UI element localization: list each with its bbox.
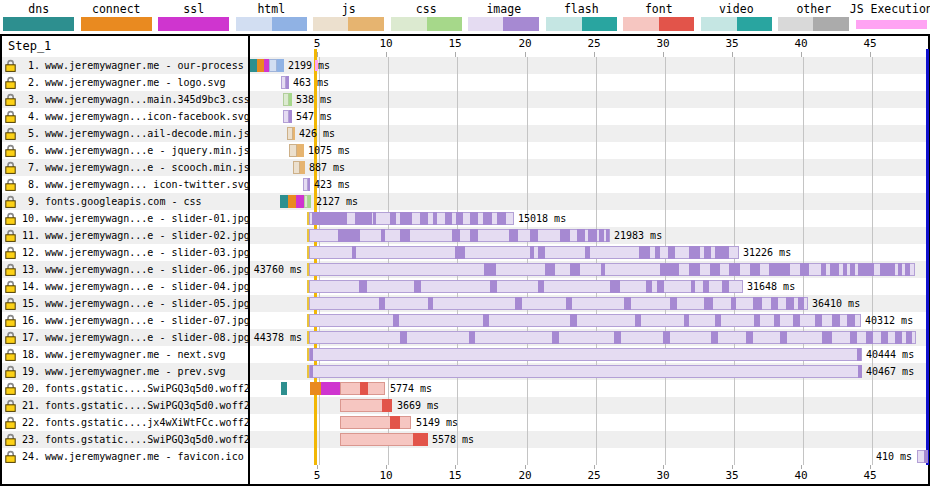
request-time-label: 5774 ms — [390, 382, 432, 395]
request-bar-area[interactable]: 5774 ms — [250, 380, 928, 397]
request-url[interactable]: www.jeremywagn...ail-decode.min.js — [45, 128, 250, 139]
request-bar-area[interactable]: 2127 ms — [250, 193, 928, 210]
request-bar-area[interactable]: 43760 ms — [250, 261, 928, 278]
request-row-left: 14.www.jeremywagn...e - slider-04.jpg — [2, 278, 250, 295]
request-row[interactable]: 15.www.jeremywagn...e - slider-05.jpg364… — [2, 295, 928, 312]
request-row-left: 5.www.jeremywagn...ail-decode.min.js — [2, 125, 250, 142]
request-url[interactable]: www.jeremywagn...e - slider-03.jpg — [45, 247, 250, 258]
content-chunk — [610, 280, 620, 293]
request-row[interactable]: 3.www.jeremywagn...main.345d9bc3.css538 … — [2, 91, 928, 108]
request-row-left: 7.www.jeremywagn...e - scooch.min.js — [2, 159, 250, 176]
request-url[interactable]: fonts.googleapis.com - css — [45, 196, 202, 207]
request-bar-area[interactable]: 426 ms — [250, 125, 928, 142]
request-bar-area[interactable]: 423 ms — [250, 176, 928, 193]
request-bar-area[interactable]: 410 ms — [250, 448, 928, 465]
dns-segment — [281, 382, 287, 395]
axis-tick-label: 25 — [587, 37, 600, 50]
content-chunk — [660, 263, 679, 276]
request-row[interactable]: 10.www.jeremywagn...e - slider-01.jpg150… — [2, 210, 928, 227]
request-row[interactable]: 14.www.jeremywagn...e - slider-04.jpg316… — [2, 278, 928, 295]
request-row[interactable]: 1.www.jeremywagner.me - our-process2199 … — [2, 57, 928, 74]
request-row[interactable]: 5.www.jeremywagn...ail-decode.min.js426 … — [2, 125, 928, 142]
legend-item-dns: dns — [0, 2, 78, 34]
request-time-label: 423 ms — [314, 178, 350, 191]
request-bar-area[interactable]: 547 ms — [250, 108, 928, 125]
request-url[interactable]: fonts.gstatic....SwiPGQ3q5d0.woff2 — [45, 383, 250, 394]
request-url[interactable]: www.jeremywagn...e - slider-04.jpg — [45, 281, 250, 292]
content-chunk — [515, 297, 522, 310]
request-time-label: 40467 ms — [866, 365, 914, 378]
content-chunk — [780, 331, 787, 344]
request-row[interactable]: 23.fonts.gstatic....SwiPGQ3q5d0.woff2557… — [2, 431, 928, 448]
content-chunk — [545, 263, 555, 276]
content-chunk — [452, 229, 460, 242]
request-bar-area[interactable]: 44378 ms — [250, 329, 928, 346]
request-row[interactable]: 8.www.jeremywagn... icon-twitter.svg423 … — [2, 176, 928, 193]
request-url[interactable]: www.jeremywagn...e - slider-06.jpg — [45, 264, 250, 275]
request-url[interactable]: www.jeremywagn...e - slider-02.jpg — [45, 230, 250, 241]
content-chunk — [360, 382, 368, 395]
request-url[interactable]: www.jeremywagn...e - slider-08.jpg — [45, 332, 250, 343]
request-row[interactable]: 7.www.jeremywagn...e - scooch.min.js887 … — [2, 159, 928, 176]
content-chunk — [684, 314, 689, 327]
request-row[interactable]: 12.www.jeremywagn...e - slider-03.jpg312… — [2, 244, 928, 261]
request-bar-area[interactable]: 538 ms — [250, 91, 928, 108]
request-row[interactable]: 18.www.jeremywagner.me - next.svg40444 m… — [2, 346, 928, 363]
request-row[interactable]: 19.www.jeremywagner.me - prev.svg40467 m… — [2, 363, 928, 380]
request-bar — [309, 365, 862, 378]
request-url[interactable]: www.jeremywagn...e - jquery.min.js — [45, 145, 250, 156]
request-row[interactable]: 4.www.jeremywagn...icon-facebook.svg547 … — [2, 108, 928, 125]
request-row[interactable]: 16.www.jeremywagn...e - slider-07.jpg403… — [2, 312, 928, 329]
content-chunk — [880, 263, 895, 276]
request-bar-area[interactable]: 15018 ms — [250, 210, 928, 227]
request-url[interactable]: www.jeremywagn...e - slider-07.jpg — [45, 315, 250, 326]
request-row[interactable]: 2.www.jeremywagner.me - logo.svg463 ms — [2, 74, 928, 91]
request-bar-area[interactable]: 5578 ms — [250, 431, 928, 448]
request-bar-area[interactable]: 887 ms — [250, 159, 928, 176]
request-url[interactable]: fonts.gstatic....SwiPGQ3q5d0.woff2 — [45, 434, 250, 445]
request-row[interactable]: 20.fonts.gstatic....SwiPGQ3q5d0.woff2577… — [2, 380, 928, 397]
request-bar-area[interactable]: 3669 ms — [250, 397, 928, 414]
request-url[interactable]: www.jeremywagn...main.345d9bc3.css — [45, 94, 250, 105]
request-bar-area[interactable]: 40467 ms — [250, 363, 928, 380]
request-url[interactable]: www.jeremywagner.me - logo.svg — [45, 77, 226, 88]
request-row[interactable]: 11.www.jeremywagn...e - slider-02.jpg219… — [2, 227, 928, 244]
request-bar-area[interactable]: 40312 ms — [250, 312, 928, 329]
request-url[interactable]: www.jeremywagn...e - scooch.min.js — [45, 162, 250, 173]
request-url[interactable]: www.jeremywagner.me - our-process — [45, 60, 244, 71]
request-bar-area[interactable]: 2199 ms — [250, 57, 928, 74]
request-url[interactable]: fonts.gstatic....SwiPGQ3q5d0.woff2 — [45, 400, 250, 411]
request-url[interactable]: www.jeremywagn...e - slider-01.jpg — [45, 213, 250, 224]
request-url[interactable]: fonts.gstatic....jx4wXiWtFCc.woff2 — [45, 417, 250, 428]
content-chunk — [753, 297, 762, 310]
request-url[interactable]: www.jeremywagn... icon-twitter.svg — [45, 179, 250, 190]
request-bar-area[interactable]: 5149 ms — [250, 414, 928, 431]
request-row[interactable]: 13.www.jeremywagn...e - slider-06.jpg437… — [2, 261, 928, 278]
request-url[interactable]: www.jeremywagn...icon-facebook.svg — [45, 111, 250, 122]
request-row[interactable]: 21.fonts.gstatic....SwiPGQ3q5d0.woff2366… — [2, 397, 928, 414]
request-url[interactable]: www.jeremywagn...e - slider-05.jpg — [45, 298, 250, 309]
request-bar-area[interactable]: 31648 ms — [250, 278, 928, 295]
request-url[interactable]: www.jeremywagner.me - prev.svg — [45, 366, 226, 377]
request-url[interactable]: www.jeremywagner.me - next.svg — [45, 349, 226, 360]
request-row[interactable]: 24.www.jeremywagner.me - favicon.ico410 … — [2, 448, 928, 465]
request-bar-area[interactable]: 36410 ms — [250, 295, 928, 312]
legend-item-other: other — [775, 2, 853, 34]
request-url[interactable]: www.jeremywagner.me - favicon.ico — [45, 451, 244, 462]
secure-lock-icon — [5, 331, 16, 344]
request-bar-area[interactable]: 31226 ms — [250, 244, 928, 261]
legend-swatch-font — [623, 17, 694, 31]
content-chunk — [905, 263, 910, 276]
content-chunk — [815, 314, 822, 327]
ssl-segment — [321, 382, 340, 395]
request-bar-area[interactable]: 1075 ms — [250, 142, 928, 159]
request-bar-area[interactable]: 40444 ms — [250, 346, 928, 363]
content-chunk — [769, 263, 790, 276]
request-row[interactable]: 6.www.jeremywagn...e - jquery.min.js1075… — [2, 142, 928, 159]
request-row[interactable]: 17.www.jeremywagn...e - slider-08.jpg443… — [2, 329, 928, 346]
request-bar-area[interactable]: 21983 ms — [250, 227, 928, 244]
request-row[interactable]: 22.fonts.gstatic....jx4wXiWtFCc.woff2514… — [2, 414, 928, 431]
request-row[interactable]: 9.fonts.googleapis.com - css2127 ms — [2, 193, 928, 210]
request-bar-area[interactable]: 463 ms — [250, 74, 928, 91]
content-chunk — [715, 246, 729, 259]
